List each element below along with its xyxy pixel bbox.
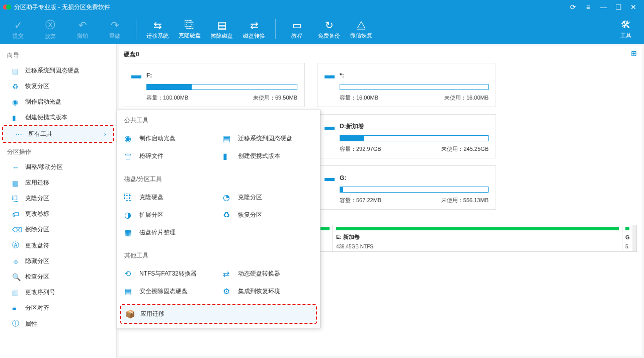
map-seg-label: E: 新加卷 — [336, 233, 619, 241]
flyout-section-public: 公共工具 — [117, 110, 320, 128]
sidebar-item-resize-move[interactable]: ↔调整/移动分区 — [0, 159, 116, 175]
drive-icon: ▤ — [223, 134, 234, 143]
sidebar-item-recover-partition[interactable]: ♻恢复分区 — [0, 78, 116, 94]
drive-icon: ▬ — [325, 69, 335, 81]
sidebar-item-clone-partition[interactable]: ⿻克隆分区 — [0, 191, 116, 206]
sidebar-item-check-partition[interactable]: 🔍检查分区 — [0, 269, 116, 285]
align-icon: ≡ — [12, 304, 21, 312]
flyout-label: 动态硬盘转换器 — [238, 270, 280, 278]
commit-button[interactable]: ✓提交 — [2, 15, 34, 43]
flyout-item-make-boot-cd[interactable]: ◉制作启动光盘 — [120, 130, 219, 147]
sidebar-item-create-portable[interactable]: ▮创建便携式版本 — [0, 110, 116, 125]
sidebar-item-properties[interactable]: ⓘ属性 — [0, 316, 116, 332]
wrench-icon: 🛠 — [621, 19, 631, 31]
flyout-item-dynamic-converter[interactable]: ⇄动态硬盘转换器 — [219, 265, 317, 283]
view-toggle-button[interactable]: ⊞ — [631, 49, 637, 57]
sidebar-item-make-boot-cd[interactable]: ◉制作启动光盘 — [0, 94, 116, 110]
close-button[interactable]: ✕ — [626, 3, 641, 11]
sidebar-item-change-letter[interactable]: Ⓐ更改盘符 — [0, 237, 116, 253]
flyout-item-secure-erase-ssd[interactable]: ▤安全擦除固态硬盘 — [120, 283, 219, 300]
flyout-item-clone-partition[interactable]: ◔克隆分区 — [219, 189, 317, 206]
book-icon: ▭ — [292, 19, 302, 31]
flyout-item-extend-partition[interactable]: ◑扩展分区 — [120, 206, 219, 224]
clone-disk-button[interactable]: ⿻克隆硬盘 — [174, 15, 206, 43]
refresh-button[interactable]: ⟳ — [566, 3, 581, 11]
flyout-item-app-migrate[interactable]: 📦应用迁移 — [121, 305, 316, 323]
partition-name: D:新加卷 — [340, 122, 364, 131]
flyout-label: 应用迁移 — [140, 310, 165, 318]
defrag-icon: ▦ — [124, 228, 135, 237]
maximize-button[interactable]: ☐ — [611, 3, 626, 11]
partition-card-star[interactable]: ▬*: 容量：16.00MB未使用：16.00MB — [317, 63, 496, 107]
app-icon: ▦ — [12, 179, 21, 187]
sidebar: 向导 ▤迁移系统到固态硬盘 ♻恢复分区 ◉制作启动光盘 ▮创建便携式版本 ⋯所有… — [0, 44, 117, 358]
redo-label: 重做 — [109, 32, 120, 40]
unused-label: 未使用：69.50MB — [253, 94, 297, 102]
flyout-label: 扩展分区 — [139, 211, 164, 219]
sidebar-label: 擦除分区 — [25, 225, 49, 234]
resize-icon: ↔ — [12, 163, 21, 171]
undo-label: 撤销 — [77, 32, 88, 40]
wipe-disk-button[interactable]: ▤擦除磁盘 — [206, 15, 238, 43]
partition-name: *: — [340, 72, 344, 79]
free-backup-button[interactable]: ↻免费备份 — [313, 15, 345, 43]
sidebar-label: 更改盘符 — [25, 241, 49, 250]
capacity-label: 容量：16.00MB — [340, 94, 378, 102]
capacity-label: 容量：100.00MB — [146, 94, 188, 102]
redo-button[interactable]: ↷重做 — [99, 15, 131, 43]
migrate-os-button[interactable]: ⇆迁移系统 — [141, 15, 174, 43]
sidebar-item-migrate-ssd[interactable]: ▤迁移系统到固态硬盘 — [0, 63, 116, 78]
sidebar-item-hide-partition[interactable]: ⨳隐藏分区 — [0, 253, 116, 269]
tools-button[interactable]: 🛠工具 — [610, 15, 642, 43]
flyout-item-ntfs-fat32[interactable]: ⟲NTFS与FAT32转换器 — [120, 265, 219, 283]
disk-convert-button[interactable]: ⇄磁盘转换 — [238, 15, 270, 43]
flyout-item-create-portable[interactable]: ▮创建便携式版本 — [219, 147, 317, 165]
partition-card-g[interactable]: ▬G: 容量：567.22MB未使用：556.13MB — [317, 165, 496, 210]
flyout-item-defrag[interactable]: ▦磁盘碎片整理 — [120, 224, 219, 241]
flyout-item-clone-disk[interactable]: ⿻克隆硬盘 — [120, 189, 219, 206]
tutorial-button[interactable]: ▭教程 — [281, 15, 313, 43]
clone-icon: ⿻ — [124, 193, 135, 202]
wechat-icon: ⧋ — [357, 19, 366, 31]
tools-label: 工具 — [620, 32, 631, 39]
usage-bar — [340, 135, 489, 141]
undo-button[interactable]: ↶撤销 — [66, 15, 99, 43]
capacity-label: 容量：567.22MB — [340, 197, 381, 204]
flyout-item-migrate-ssd[interactable]: ▤迁移系统到固态硬盘 — [219, 130, 317, 147]
partition-card-f[interactable]: ▬F: 容量：100.00MB未使用：69.50MB — [124, 63, 305, 107]
erase-icon: ▤ — [124, 287, 135, 296]
sidebar-item-change-label[interactable]: 🏷更改卷标 — [0, 206, 116, 222]
recover-icon: ♻ — [223, 210, 234, 220]
unused-label: 未使用：16.00MB — [444, 94, 489, 102]
cd-icon: ◉ — [124, 134, 135, 143]
sidebar-item-partition-align[interactable]: ≡分区对齐 — [0, 300, 116, 316]
flyout-item-recover-partition[interactable]: ♻恢复分区 — [219, 206, 317, 224]
sidebar-item-app-migrate[interactable]: ▦应用迁移 — [0, 175, 116, 191]
flyout-label: 创建便携式版本 — [238, 152, 280, 160]
sidebar-label: 制作启动光盘 — [25, 98, 61, 106]
usage-bar — [340, 84, 489, 90]
gear-icon: ⚙ — [223, 287, 234, 296]
flyout-item-shred-file[interactable]: 🗑粉碎文件 — [120, 147, 219, 165]
sidebar-label: 更改序列号 — [25, 288, 55, 297]
menu-button[interactable]: ≡ — [581, 3, 596, 11]
sidebar-label: 所有工具 — [28, 130, 52, 138]
flyout-item-integrate-recovery[interactable]: ⚙集成到恢复环境 — [219, 283, 317, 300]
discard-button[interactable]: ⓧ放弃 — [34, 15, 66, 43]
serial-icon: ▥ — [12, 289, 21, 297]
shred-icon: 🗑 — [124, 152, 135, 161]
title-bar: 分区助手专业版 - 无损分区免费软件 ⟳ ≡ — ☐ ✕ — [0, 0, 644, 14]
minimize-button[interactable]: — — [596, 3, 611, 11]
sidebar-label: 检查分区 — [25, 273, 49, 281]
scrollbar[interactable] — [632, 225, 636, 251]
backup-icon: ↻ — [325, 19, 334, 31]
flyout-label: 安全擦除固态硬盘 — [139, 287, 188, 296]
sidebar-item-wipe-partition[interactable]: ⌫擦除分区 — [0, 222, 116, 237]
flyout-section-disk: 磁盘/分区工具 — [117, 169, 320, 187]
undo-icon: ↶ — [78, 19, 87, 31]
wechat-recovery-button[interactable]: ⧋微信恢复 — [345, 15, 377, 43]
sidebar-item-change-serial[interactable]: ▥更改序列号 — [0, 285, 116, 300]
sidebar-item-all-tools[interactable]: ⋯所有工具› — [3, 126, 113, 142]
toolbar: ✓提交 ⓧ放弃 ↶撤销 ↷重做 ⇆迁移系统 ⿻克隆硬盘 ▤擦除磁盘 ⇄磁盘转换 … — [0, 14, 644, 44]
partition-card-d[interactable]: ▬D:新加卷 容量：292.97GB未使用：245.25GB — [317, 114, 496, 158]
